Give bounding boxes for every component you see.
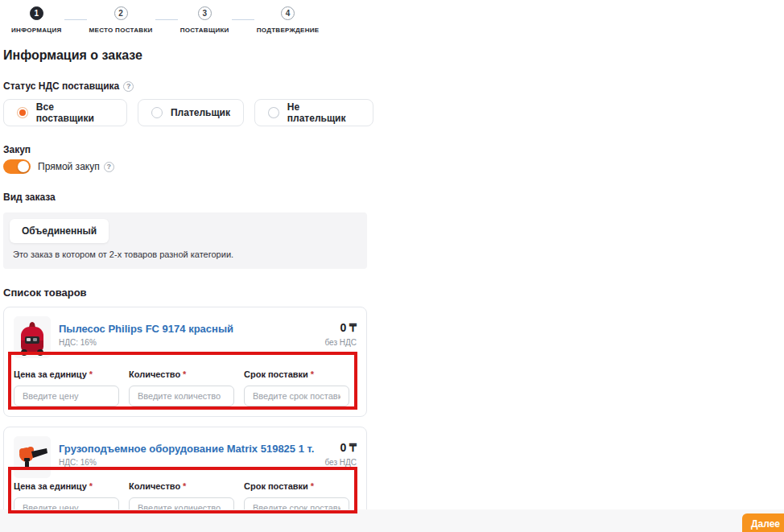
required-mark: * (183, 369, 186, 379)
product-summary-row: Грузоподъемное оборудование Matrix 51982… (14, 436, 357, 478)
vat-status-options: Все поставщики Плательщик Не плательщик (3, 99, 373, 126)
stepper-connector (64, 19, 87, 20)
radio-selected-icon (17, 107, 28, 118)
quantity-field: Количество* (129, 369, 234, 406)
radio-label: Плательщик (171, 107, 230, 118)
direct-purchase-toggle[interactable] (3, 159, 31, 174)
toggle-knob (18, 161, 29, 172)
step-number-1: 1 (30, 6, 43, 20)
radio-unselected-icon (151, 107, 163, 118)
step-number-4: 4 (281, 6, 295, 20)
order-type-description: Это заказ в котором от 2-х товаров разно… (13, 250, 361, 259)
page-title: Информация о заказе (3, 48, 373, 63)
product-card: Пылесос Philips FC 9174 красный НДС: 16%… (3, 307, 367, 417)
required-mark: * (311, 369, 314, 379)
product-vat: НДС: 16% (59, 338, 233, 347)
product-price-block: 0 ₸ без НДС (324, 436, 357, 467)
required-mark: * (89, 481, 93, 491)
radio-unselected-icon (268, 107, 279, 118)
step-label-2: МЕСТО ПОСТАВКИ (89, 27, 153, 34)
vat-option-non-payer[interactable]: Не плательщик (254, 99, 373, 126)
product-image-hoist (14, 436, 51, 478)
product-fields-row: Цена за единицу* Количество* Срок постав… (14, 369, 357, 406)
product-vat: НДС: 16% (59, 458, 314, 467)
step-number-3: 3 (198, 6, 212, 20)
radio-label: Все поставщики (36, 101, 113, 124)
order-stepper: 1 ИНФОРМАЦИЯ 2 МЕСТО ПОСТАВКИ 3 ПОСТАВЩИ… (0, 0, 784, 34)
label-text: Цена за единицу (14, 481, 87, 491)
vat-option-payer[interactable]: Плательщик (138, 99, 244, 126)
help-icon[interactable]: ? (104, 162, 114, 172)
required-mark: * (89, 369, 93, 379)
direct-purchase-label: Прямой закуп ? (38, 161, 114, 172)
step-number-2: 2 (114, 6, 128, 20)
stepper-step-delivery-place[interactable]: 2 МЕСТО ПОСТАВКИ (89, 6, 153, 34)
stepper-step-suppliers[interactable]: 3 ПОСТАВЩИКИ (180, 6, 229, 34)
order-type-tab-combined[interactable]: Объединенный (10, 219, 109, 243)
product-image-vacuum (14, 316, 51, 358)
stepper-connector (155, 19, 178, 20)
step-label-4: ПОДТВЕРЖДЕНИЕ (257, 27, 320, 34)
purchase-section-label: Закуп (3, 144, 373, 155)
quantity-input[interactable] (129, 386, 234, 406)
label-text: Срок поставки (244, 481, 308, 491)
label-text: Срок поставки (244, 369, 308, 379)
product-price-note: без НДС (324, 338, 357, 347)
footer-bar (0, 509, 784, 532)
delivery-term-field-label: Срок поставки* (244, 369, 349, 380)
vat-option-all-suppliers[interactable]: Все поставщики (3, 99, 127, 126)
price-field-label: Цена за единицу* (14, 481, 119, 492)
vat-status-label: Статус НДС поставщика (3, 80, 119, 92)
label-text: Количество (129, 481, 180, 491)
delivery-term-field: Срок поставки* (244, 369, 349, 406)
products-section-label: Список товаров (3, 287, 373, 299)
product-price: 0 ₸ (324, 441, 357, 454)
product-title-link[interactable]: Пылесос Philips FC 9174 красный (59, 323, 233, 335)
required-mark: * (183, 481, 186, 491)
direct-purchase-row: Прямой закуп ? (3, 159, 373, 174)
help-icon[interactable]: ? (123, 81, 134, 92)
quantity-field-label: Количество* (129, 481, 234, 492)
step-label-1: ИНФОРМАЦИЯ (11, 27, 62, 34)
order-type-section-label: Вид заказа (3, 192, 373, 203)
stepper-step-confirmation[interactable]: 4 ПОДТВЕРЖДЕНИЕ (257, 6, 320, 34)
delivery-term-input[interactable] (244, 386, 349, 406)
product-summary-row: Пылесос Philips FC 9174 красный НДС: 16%… (14, 316, 357, 358)
delivery-term-field-label: Срок поставки* (244, 481, 349, 492)
stepper-step-information[interactable]: 1 ИНФОРМАЦИЯ (11, 6, 62, 34)
toggle-label-text: Прямой закуп (38, 161, 100, 172)
next-button[interactable]: Далее (742, 513, 784, 532)
label-text: Цена за единицу (14, 369, 87, 379)
product-price-note: без НДС (324, 458, 357, 467)
stepper-connector (232, 19, 254, 20)
product-title-link[interactable]: Грузоподъемное оборудование Matrix 51982… (59, 443, 314, 455)
vat-status-section-label: Статус НДС поставщика ? (3, 80, 373, 92)
price-field-label: Цена за единицу* (14, 369, 119, 380)
price-input[interactable] (14, 386, 119, 406)
radio-label: Не плательщик (287, 101, 360, 124)
required-mark: * (311, 481, 314, 491)
product-price: 0 ₸ (324, 321, 357, 334)
quantity-field-label: Количество* (129, 369, 234, 380)
price-field: Цена за единицу* (14, 369, 119, 406)
order-type-panel: Объединенный Это заказ в котором от 2-х … (3, 212, 367, 269)
label-text: Количество (129, 369, 180, 379)
product-info: Пылесос Philips FC 9174 красный НДС: 16% (59, 316, 233, 347)
step-label-3: ПОСТАВЩИКИ (180, 27, 229, 34)
product-info: Грузоподъемное оборудование Matrix 51982… (59, 436, 314, 467)
order-info-form: Информация о заказе Статус НДС поставщик… (0, 48, 373, 529)
product-price-block: 0 ₸ без НДС (324, 316, 357, 347)
